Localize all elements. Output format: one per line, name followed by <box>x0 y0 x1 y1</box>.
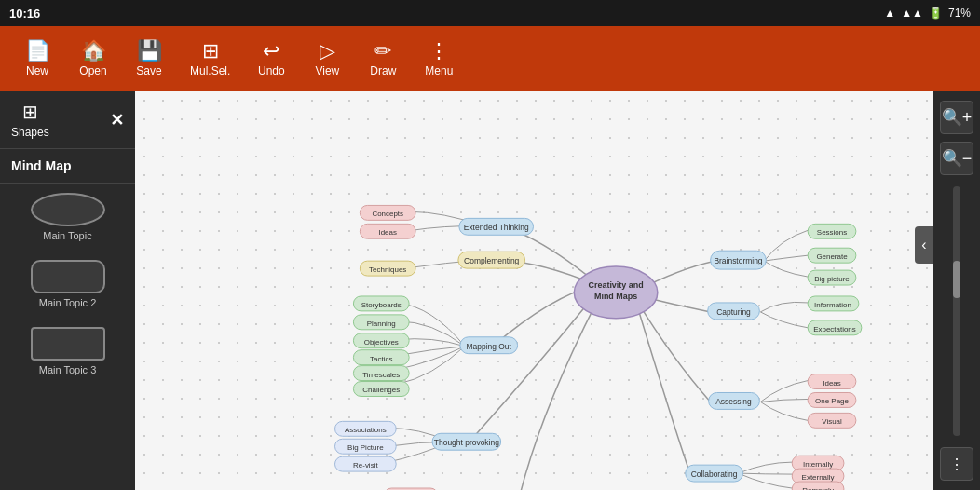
new-label: New <box>26 64 48 77</box>
mindmap-svg: Creativity and Mind Maps Brainstorming S… <box>135 91 933 490</box>
menu-label: Menu <box>425 64 453 77</box>
close-panel-button[interactable]: ✕ <box>110 110 124 130</box>
svg-text:Mind Maps: Mind Maps <box>594 292 637 301</box>
ellipse-shape <box>31 193 105 226</box>
zoom-out-icon: 🔍− <box>942 148 973 169</box>
draw-button[interactable]: ✏ Draw <box>355 35 411 83</box>
svg-text:Concepts: Concepts <box>372 210 403 218</box>
zoom-in-icon: 🔍+ <box>942 107 973 128</box>
save-label: Save <box>136 64 161 77</box>
more-options-button[interactable]: ⋮ <box>940 447 973 481</box>
undo-icon: ↩ <box>263 41 279 61</box>
svg-text:Big picture: Big picture <box>814 275 850 283</box>
shape-main-topic-2[interactable]: Main Topic 2 <box>0 251 135 318</box>
svg-text:Thought provoking: Thought provoking <box>434 438 499 447</box>
toolbar: 📄 New 🏠 Open 💾 Save ⊞ Mul.Sel. ↩ Undo ▷ … <box>0 26 980 91</box>
svg-text:Remotely: Remotely <box>802 486 834 490</box>
shape-main-topic-3[interactable]: Main Topic 3 <box>0 318 135 385</box>
mulsel-icon: ⊞ <box>202 41 219 61</box>
left-panel: ⊞ Shapes ✕ Mind Map Main Topic Main Topi… <box>0 91 135 490</box>
rounded-shape <box>31 260 105 293</box>
open-button[interactable]: 🏠 Open <box>65 35 121 83</box>
svg-text:One Page: One Page <box>815 397 849 405</box>
svg-text:Tactics: Tactics <box>370 355 392 363</box>
wifi-icon: ▲ <box>884 7 895 20</box>
rect-shape <box>31 327 105 361</box>
open-label: Open <box>79 64 106 77</box>
svg-text:Internally: Internally <box>803 460 833 469</box>
signal-icon: ▲▲ <box>901 7 923 20</box>
svg-text:Brainstorming: Brainstorming <box>714 256 762 265</box>
svg-text:Objectives: Objectives <box>364 338 399 347</box>
undo-label: Undo <box>258 64 285 77</box>
svg-text:Techniques: Techniques <box>369 265 406 274</box>
collapse-panel-button[interactable]: ‹ <box>915 226 933 264</box>
svg-text:Information: Information <box>814 301 851 309</box>
undo-button[interactable]: ↩ Undo <box>243 35 299 83</box>
svg-text:Extended Thinking: Extended Thinking <box>464 223 529 232</box>
chevron-left-icon: ‹ <box>921 237 926 253</box>
svg-text:Assessing: Assessing <box>715 397 752 406</box>
draw-icon: ✏ <box>374 41 391 61</box>
battery-percent: 71% <box>948 7 971 20</box>
svg-text:Generate: Generate <box>816 252 848 261</box>
svg-text:Creativity and: Creativity and <box>589 280 644 290</box>
view-label: View <box>315 64 339 77</box>
menu-button[interactable]: ⋮ Menu <box>411 35 467 83</box>
open-icon: 🏠 <box>81 41 106 61</box>
right-panel: 🔍+ 🔍− ⋮ <box>933 91 980 490</box>
svg-text:Sessions: Sessions <box>817 228 847 237</box>
panel-header: ⊞ Shapes ✕ <box>0 91 135 149</box>
svg-text:Mapping Out: Mapping Out <box>467 342 512 351</box>
new-button[interactable]: 📄 New <box>9 35 65 83</box>
svg-text:Ideas: Ideas <box>379 228 397 237</box>
svg-text:Collaborating: Collaborating <box>691 470 738 479</box>
shapes-label: Shapes <box>11 126 49 139</box>
svg-text:Ideas: Ideas <box>823 379 840 388</box>
svg-text:Timescales: Timescales <box>362 371 400 379</box>
svg-text:Capturing: Capturing <box>716 307 751 317</box>
view-icon: ▷ <box>320 41 335 61</box>
shape-main-topic[interactable]: Main Topic <box>0 184 135 251</box>
status-time: 10:16 <box>9 7 40 20</box>
svg-text:Visual: Visual <box>822 417 842 426</box>
new-icon: 📄 <box>25 41 50 61</box>
svg-text:Re-visit: Re-visit <box>353 461 378 470</box>
svg-text:Expectations: Expectations <box>813 325 856 333</box>
svg-text:Big Picture: Big Picture <box>347 443 384 452</box>
svg-text:Externally: Externally <box>802 473 835 482</box>
canvas-area[interactable]: Creativity and Mind Maps Brainstorming S… <box>135 91 933 490</box>
mulsel-label: Mul.Sel. <box>190 64 230 77</box>
svg-text:Planning: Planning <box>367 320 396 328</box>
draw-label: Draw <box>370 64 396 77</box>
section-title: Mind Map <box>0 149 135 184</box>
main-topic-2-label: Main Topic 2 <box>39 297 97 308</box>
scroll-track <box>953 186 960 436</box>
more-options-icon: ⋮ <box>949 456 964 473</box>
svg-text:Associations: Associations <box>345 426 387 434</box>
status-bar: 10:16 ▲ ▲▲ 🔋 71% <box>0 0 980 26</box>
main-topic-3-label: Main Topic 3 <box>39 364 97 375</box>
svg-text:Storyboards: Storyboards <box>361 301 402 309</box>
svg-text:Challenges: Challenges <box>362 386 400 394</box>
shapes-button[interactable]: ⊞ Shapes <box>11 101 49 139</box>
zoom-in-button[interactable]: 🔍+ <box>940 101 973 134</box>
main-topic-label: Main Topic <box>43 230 91 241</box>
zoom-out-button[interactable]: 🔍− <box>940 142 973 175</box>
menu-icon: ⋮ <box>429 41 449 61</box>
view-button[interactable]: ▷ View <box>299 35 355 83</box>
battery-icon: 🔋 <box>929 7 943 20</box>
mulsel-button[interactable]: ⊞ Mul.Sel. <box>177 35 243 83</box>
save-button[interactable]: 💾 Save <box>121 35 177 83</box>
shapes-icon: ⊞ <box>22 101 38 123</box>
save-icon: 💾 <box>137 41 162 61</box>
status-icons: ▲ ▲▲ 🔋 71% <box>884 7 971 20</box>
svg-text:Complementing: Complementing <box>464 256 519 265</box>
scroll-thumb[interactable] <box>953 261 960 298</box>
